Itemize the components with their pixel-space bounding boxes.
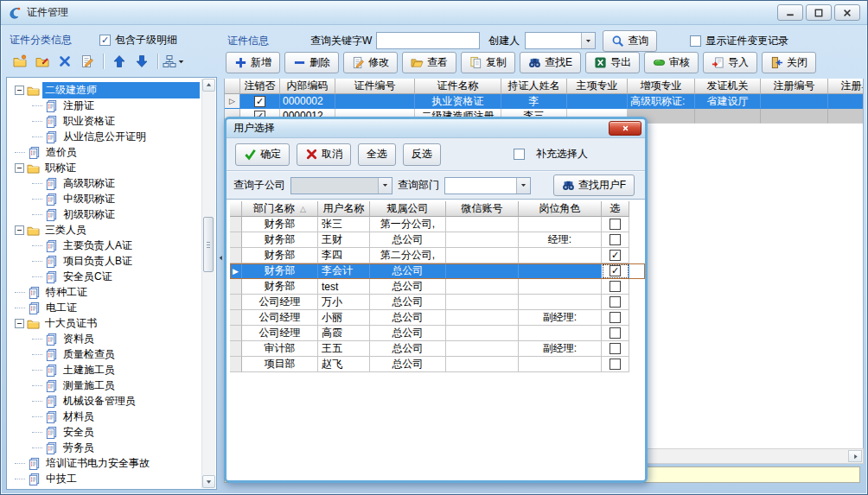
user-row[interactable]: 公司经理小丽总公司副经理: — [230, 310, 645, 326]
grid-column-header[interactable] — [225, 79, 240, 94]
dialog-close-button[interactable] — [609, 121, 641, 136]
user-row[interactable]: 审计部王五总公司副经理: — [230, 341, 645, 357]
grid-column-header[interactable]: 注册编号 — [761, 79, 828, 94]
user-column-header[interactable]: 岗位角色 — [519, 201, 602, 217]
checkbox-checked-icon[interactable] — [610, 250, 621, 261]
checkbox-unchecked-icon[interactable] — [610, 327, 621, 339]
user-column-header[interactable]: 规属公司 — [370, 201, 446, 217]
tree-item[interactable]: 高级职称证 — [8, 175, 201, 191]
tree-item[interactable]: 中技工 — [8, 471, 201, 486]
user-column-header[interactable]: 微信账号 — [446, 201, 519, 217]
close-button[interactable]: 关闭 — [762, 52, 816, 73]
audit-button[interactable]: 审核 — [644, 52, 699, 73]
tree-item[interactable]: 土建施工员 — [8, 362, 201, 378]
grid-column-header[interactable]: 注册单位 — [828, 79, 864, 94]
tree-item[interactable]: 职称证 — [8, 160, 201, 175]
user-row[interactable]: 财务部test总公司 — [230, 279, 645, 295]
collapse-toggle-icon[interactable] — [15, 86, 24, 95]
tree-scrollbar[interactable] — [201, 79, 215, 488]
cell-select[interactable] — [602, 310, 629, 326]
cell-select[interactable] — [602, 263, 629, 279]
subsidiary-combobox[interactable] — [290, 177, 393, 194]
collapse-toggle-icon[interactable] — [15, 163, 24, 173]
checkbox-unchecked-icon[interactable] — [610, 296, 621, 308]
tree-item[interactable]: 十大员证书 — [8, 315, 201, 331]
tree-item[interactable]: 资料员 — [8, 331, 201, 346]
checkbox-unchecked-icon[interactable] — [610, 281, 621, 292]
new-category-button[interactable] — [10, 51, 30, 72]
user-row[interactable]: 公司经理万小总公司 — [230, 295, 645, 310]
move-up-button[interactable] — [109, 51, 130, 72]
modify-button[interactable]: 修改 — [343, 52, 398, 73]
cell-select[interactable] — [602, 295, 629, 310]
show-changes-checkbox[interactable] — [690, 35, 701, 47]
move-down-button[interactable] — [131, 51, 152, 72]
checkbox-checked-icon[interactable] — [254, 96, 265, 107]
close-window-button[interactable] — [834, 4, 860, 21]
select-all-button[interactable]: 全选 — [358, 143, 396, 166]
grid-column-header[interactable]: 证件名称 — [415, 79, 501, 94]
tree-item[interactable]: 项目负责人B证 — [8, 253, 201, 269]
tree-item[interactable]: 初级职称证 — [8, 206, 201, 222]
user-column-header[interactable]: 用户名称 — [318, 201, 370, 217]
supplement-checkbox[interactable] — [514, 149, 525, 160]
cell-select[interactable] — [602, 232, 629, 248]
collapse-toggle-icon[interactable] — [15, 319, 24, 328]
tree-item[interactable]: 质量检查员 — [8, 346, 201, 362]
grid-column-header[interactable]: 增项专业 — [628, 79, 695, 94]
keyword-input[interactable] — [376, 32, 480, 49]
invert-selection-button[interactable]: 反选 — [403, 143, 441, 166]
layout-button[interactable] — [163, 51, 184, 72]
grid-column-header[interactable]: 注销否 — [240, 79, 280, 94]
user-row[interactable]: 财务部王财总公司经理: — [230, 232, 645, 248]
cell-select[interactable] — [602, 217, 629, 232]
user-column-header[interactable]: 部门名称△ — [242, 201, 318, 217]
tree-item[interactable]: 培训证书电力安全事故 — [8, 455, 201, 471]
user-row[interactable]: 公司经理高霞总公司 — [230, 326, 645, 341]
tree-item[interactable]: 三类人员 — [8, 222, 201, 238]
tree-item[interactable]: 造价员 — [8, 144, 201, 160]
ok-button[interactable]: 确定 — [235, 143, 290, 166]
tree-item[interactable]: 机械设备管理员 — [8, 393, 201, 409]
tree-item[interactable]: 材料员 — [8, 409, 201, 424]
find-button[interactable]: 查找E — [520, 52, 581, 73]
user-row[interactable]: 财务部张三第一分公司, — [230, 217, 645, 232]
maximize-button[interactable] — [806, 4, 832, 21]
cell-select[interactable] — [602, 357, 629, 372]
collapse-toggle-icon[interactable] — [15, 225, 24, 235]
tree-item[interactable]: 测量施工员 — [8, 378, 201, 393]
grid-column-header[interactable]: 证件编号 — [335, 79, 415, 94]
delete-category-button[interactable] — [54, 51, 75, 72]
cell-select[interactable] — [602, 341, 629, 357]
tree-item[interactable]: 安全员C证 — [8, 269, 201, 284]
view-button[interactable]: 查看 — [402, 52, 456, 73]
cancel-button[interactable]: 取消 — [297, 143, 351, 166]
tree-item[interactable]: 主要负责人A证 — [8, 238, 201, 253]
titlebar[interactable]: 证件管理 — [1, 1, 867, 25]
grid-column-header[interactable]: 内部编码 — [280, 79, 335, 94]
copy-button[interactable]: 复制 — [461, 52, 515, 73]
scroll-right-button[interactable] — [848, 450, 862, 462]
scroll-up-button[interactable] — [202, 79, 215, 92]
grid-column-header[interactable]: 发证机关 — [695, 79, 761, 94]
cell-select[interactable] — [602, 248, 629, 263]
minimize-button[interactable] — [777, 4, 803, 21]
tree-item[interactable]: 毕业证 — [8, 486, 201, 488]
user-column-header[interactable]: 选 — [602, 201, 629, 217]
department-combobox[interactable] — [444, 177, 531, 194]
edit-category-button[interactable] — [32, 51, 53, 72]
checkbox-unchecked-icon[interactable] — [610, 343, 621, 354]
user-row[interactable]: 项目部赵飞总公司 — [230, 357, 645, 372]
checkbox-unchecked-icon[interactable] — [610, 219, 621, 230]
checkbox-unchecked-icon[interactable] — [610, 234, 621, 245]
search-button[interactable]: 查询 — [603, 30, 657, 52]
tree-item[interactable]: 二级建造师 — [8, 82, 201, 98]
dialog-titlebar[interactable]: 用户选择 — [227, 119, 645, 138]
checkbox-unchecked-icon[interactable] — [610, 312, 621, 323]
tree-item[interactable]: 职业资格证 — [8, 113, 201, 129]
scroll-down-button[interactable] — [202, 475, 215, 488]
export-button[interactable]: 导出 — [585, 52, 640, 73]
import-button[interactable]: 导入 — [703, 52, 757, 73]
tree-item[interactable]: 特种工证 — [8, 284, 201, 300]
grid-column-header[interactable]: 主项专业 — [567, 79, 628, 94]
